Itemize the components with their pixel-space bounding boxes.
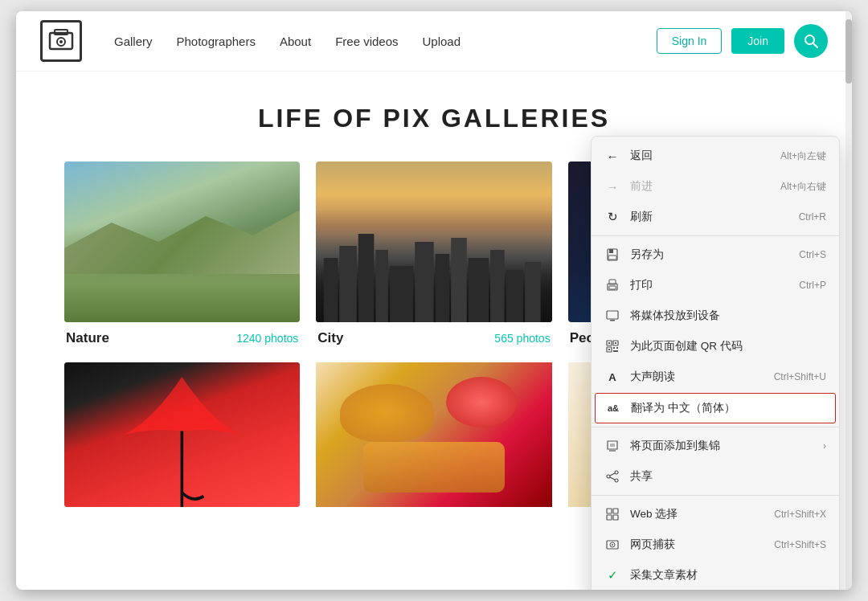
svg-rect-34 bbox=[616, 347, 618, 349]
svg-rect-32 bbox=[608, 349, 610, 350]
svg-rect-33 bbox=[613, 347, 615, 349]
ctx-qrcode[interactable]: 为此页面创建 QR 代码 bbox=[592, 331, 839, 362]
nav-upload[interactable]: Upload bbox=[423, 35, 461, 48]
ctx-save-as-icon bbox=[604, 247, 620, 263]
svg-rect-15 bbox=[490, 250, 505, 322]
ctx-collections-icon bbox=[604, 438, 620, 454]
ctx-forward-shortcut: Alt+向右键 bbox=[780, 180, 826, 194]
context-menu: ← 返回 Alt+向左键 → 前进 Alt+向右键 ↻ 刷新 Ctrl+R 另存… bbox=[591, 136, 840, 590]
ctx-divider-3 bbox=[592, 495, 839, 496]
ctx-back[interactable]: ← 返回 Alt+向左键 bbox=[592, 141, 839, 171]
ctx-screenshot[interactable]: 网页捕获 Ctrl+Shift+S bbox=[592, 529, 839, 560]
ctx-web-select-shortcut: Ctrl+Shift+X bbox=[774, 509, 826, 520]
svg-rect-21 bbox=[608, 256, 616, 260]
ctx-forward[interactable]: → 前进 Alt+向右键 bbox=[592, 171, 839, 202]
svg-rect-44 bbox=[607, 515, 612, 520]
ctx-article-label: 采集文章素材 bbox=[630, 568, 826, 583]
search-button[interactable] bbox=[794, 24, 828, 58]
ctx-screenshot-shortcut: Ctrl+Shift+S bbox=[774, 539, 826, 550]
join-button[interactable]: Join bbox=[731, 28, 784, 54]
nav-about[interactable]: About bbox=[280, 35, 311, 48]
ctx-forward-icon: → bbox=[604, 178, 620, 194]
ctx-print-icon bbox=[604, 277, 620, 293]
gallery-count-city: 565 photos bbox=[494, 332, 550, 345]
ctx-qrcode-icon bbox=[604, 338, 620, 354]
svg-rect-24 bbox=[609, 286, 616, 289]
gallery-label-city: City 565 photos bbox=[316, 330, 551, 346]
gallery-label-nature: Nature 1240 photos bbox=[64, 330, 300, 346]
ctx-refresh-label: 刷新 bbox=[630, 210, 789, 224]
svg-line-41 bbox=[610, 477, 615, 480]
svg-point-38 bbox=[615, 479, 618, 482]
ctx-print[interactable]: 打印 Ctrl+P bbox=[592, 270, 839, 300]
ctx-save-as[interactable]: 另存为 Ctrl+S bbox=[592, 239, 839, 270]
ctx-save-as-label: 另存为 bbox=[630, 247, 789, 262]
ctx-translate-icon: a& bbox=[605, 400, 621, 416]
nav-free-videos[interactable]: Free videos bbox=[335, 35, 398, 48]
ctx-print-label: 打印 bbox=[630, 278, 789, 292]
svg-rect-45 bbox=[613, 515, 618, 520]
ctx-qrcode-label: 为此页面创建 QR 代码 bbox=[630, 339, 826, 354]
svg-rect-36 bbox=[610, 444, 615, 447]
ctx-cast-label: 将媒体投放到设备 bbox=[630, 309, 826, 323]
svg-rect-14 bbox=[469, 258, 489, 322]
svg-point-48 bbox=[612, 544, 613, 546]
ctx-web-select[interactable]: Web 选择 Ctrl+Shift+X bbox=[592, 499, 839, 529]
nav-links: Gallery Photographers About Free videos … bbox=[114, 35, 657, 48]
gallery-name-nature: Nature bbox=[66, 330, 109, 346]
svg-point-3 bbox=[59, 40, 63, 43]
gallery-item-city[interactable]: City 565 photos bbox=[316, 161, 551, 346]
ctx-cast-icon bbox=[604, 308, 620, 324]
signin-button[interactable]: Sign In bbox=[657, 28, 723, 54]
ctx-screenshot-icon bbox=[604, 537, 620, 553]
gallery-image-nature bbox=[64, 161, 300, 322]
svg-rect-16 bbox=[506, 270, 524, 322]
ctx-share-icon bbox=[604, 468, 620, 484]
ctx-article[interactable]: ✓ 采集文章素材 bbox=[592, 560, 839, 590]
svg-rect-30 bbox=[615, 342, 616, 344]
svg-rect-26 bbox=[610, 320, 615, 321]
ctx-divider-2 bbox=[592, 427, 839, 427]
svg-rect-10 bbox=[390, 266, 413, 322]
ctx-collections-arrow: › bbox=[823, 440, 826, 452]
ctx-translate[interactable]: a& 翻译为 中文（简体） bbox=[595, 393, 836, 423]
ctx-screenshot-label: 网页捕获 bbox=[630, 538, 764, 552]
svg-rect-35 bbox=[613, 350, 618, 352]
svg-rect-8 bbox=[358, 234, 375, 322]
gallery-item-food[interactable] bbox=[316, 362, 551, 507]
svg-rect-9 bbox=[376, 250, 389, 322]
ctx-save-as-shortcut: Ctrl+S bbox=[799, 249, 826, 260]
svg-rect-12 bbox=[436, 254, 450, 322]
svg-rect-6 bbox=[324, 258, 338, 322]
ctx-refresh-shortcut: Ctrl+R bbox=[799, 211, 826, 223]
ctx-back-label: 返回 bbox=[630, 149, 771, 163]
nav-gallery[interactable]: Gallery bbox=[114, 35, 153, 48]
ctx-forward-label: 前进 bbox=[630, 179, 771, 194]
ctx-collections[interactable]: 将页面添加到集锦 › bbox=[592, 431, 839, 461]
svg-rect-20 bbox=[609, 249, 613, 253]
scrollbar-thumb[interactable] bbox=[845, 19, 852, 84]
page-title: LIFE OF PIX GALLERIES bbox=[64, 104, 804, 133]
ctx-collections-label: 将页面添加到集锦 bbox=[630, 439, 813, 453]
ctx-article-icon: ✓ bbox=[604, 567, 620, 583]
svg-line-5 bbox=[813, 43, 818, 48]
scrollbar[interactable] bbox=[845, 11, 852, 590]
nav-photographers[interactable]: Photographers bbox=[177, 35, 256, 48]
logo[interactable] bbox=[40, 20, 82, 62]
ctx-read-aloud-shortcut: Ctrl+Shift+U bbox=[774, 371, 826, 382]
ctx-print-shortcut: Ctrl+P bbox=[799, 280, 826, 291]
ctx-read-aloud[interactable]: A 大声朗读 Ctrl+Shift+U bbox=[592, 362, 839, 392]
ctx-share[interactable]: 共享 bbox=[592, 461, 839, 492]
ctx-web-select-icon bbox=[604, 506, 620, 522]
ctx-back-shortcut: Alt+向左键 bbox=[780, 149, 826, 163]
svg-rect-17 bbox=[525, 262, 541, 322]
svg-rect-13 bbox=[452, 238, 468, 322]
gallery-item-nature[interactable]: Nature 1240 photos bbox=[64, 161, 300, 346]
svg-point-37 bbox=[615, 471, 618, 474]
ctx-refresh[interactable]: ↻ 刷新 Ctrl+R bbox=[592, 202, 839, 232]
ctx-share-label: 共享 bbox=[630, 469, 826, 484]
svg-rect-28 bbox=[608, 342, 610, 344]
gallery-item-umbrella[interactable] bbox=[64, 362, 300, 507]
ctx-refresh-icon: ↻ bbox=[604, 209, 620, 225]
ctx-cast[interactable]: 将媒体投放到设备 bbox=[592, 300, 839, 331]
